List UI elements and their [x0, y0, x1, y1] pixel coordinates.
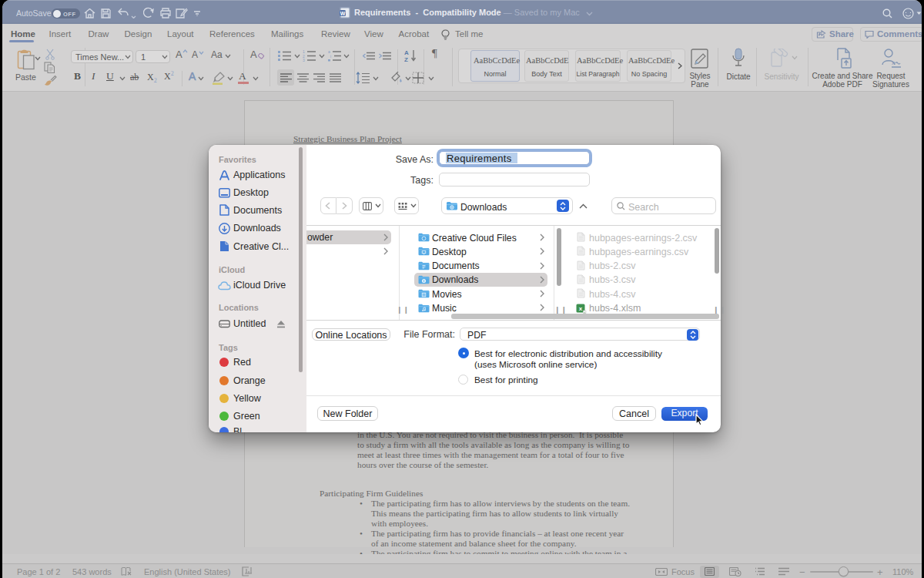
svg-text:i: i	[330, 54, 331, 59]
svg-text:W: W	[340, 11, 346, 16]
svg-text:3: 3	[303, 58, 305, 62]
svg-text:x: x	[579, 305, 583, 312]
svg-text:Z: Z	[404, 56, 408, 62]
svg-text:A: A	[404, 49, 409, 56]
svg-text:x: x	[892, 59, 895, 66]
